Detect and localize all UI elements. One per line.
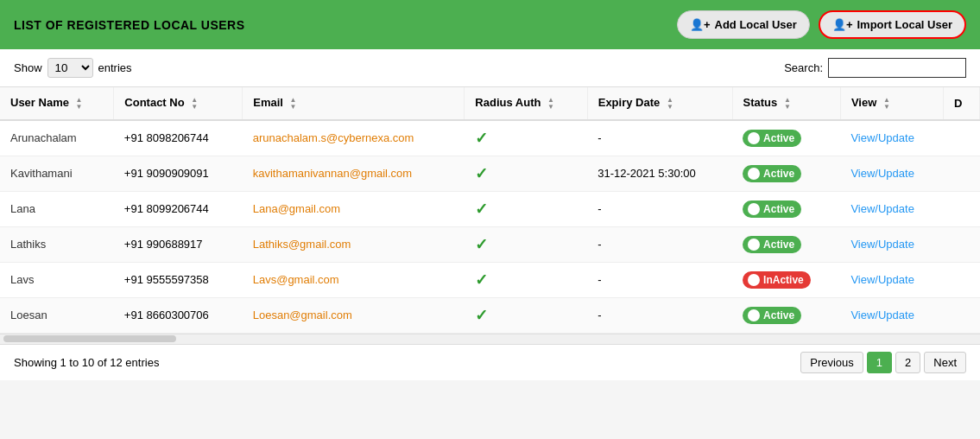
cell-contact: +91 8660300706 bbox=[114, 297, 243, 333]
cell-view: View/Update bbox=[840, 262, 943, 297]
table-row: Lathiks +91 990688917 Lathiks@gmail.com … bbox=[0, 226, 980, 262]
status-badge[interactable]: Active bbox=[743, 307, 801, 324]
table-header-row: User Name ▲▼ Contact No ▲▼ Email ▲▼ Radi… bbox=[0, 87, 980, 120]
view-update-link[interactable]: View/Update bbox=[850, 238, 914, 251]
cell-d bbox=[943, 226, 979, 262]
col-email: Email ▲▼ bbox=[243, 87, 465, 120]
cell-d bbox=[943, 191, 979, 226]
cell-contact: +91 8098206744 bbox=[114, 120, 243, 156]
cell-email: Lathiks@gmail.com bbox=[243, 226, 465, 262]
cell-username: Kavithamani bbox=[0, 156, 114, 191]
cell-username: Lathiks bbox=[0, 226, 114, 262]
cell-username: Lavs bbox=[0, 262, 114, 297]
col-view: View ▲▼ bbox=[840, 87, 943, 120]
search-input[interactable] bbox=[828, 58, 966, 78]
cell-username: Arunachalam bbox=[0, 120, 114, 156]
cell-email: arunachalam.s@cybernexa.com bbox=[243, 120, 465, 156]
cell-username: Loesan bbox=[0, 297, 114, 333]
cell-contact: +91 9090909091 bbox=[114, 156, 243, 191]
cell-d bbox=[943, 262, 979, 297]
cell-radius: ✓ bbox=[465, 226, 587, 262]
toggle-circle bbox=[748, 203, 760, 215]
view-update-link[interactable]: View/Update bbox=[850, 167, 914, 180]
cell-username: Lana bbox=[0, 191, 114, 226]
cell-expiry: - bbox=[587, 297, 732, 333]
cell-email: Loesan@gmail.com bbox=[243, 297, 465, 333]
next-page-button[interactable]: Next bbox=[924, 352, 966, 373]
cell-view: View/Update bbox=[840, 120, 943, 156]
cell-expiry: 31-12-2021 5:30:00 bbox=[587, 156, 732, 191]
cell-email: kavithamanivannan@gmail.com bbox=[243, 156, 465, 191]
cell-status: InActive bbox=[732, 262, 840, 297]
table-row: Lana +91 8099206744 Lana@gmail.com ✓ - A… bbox=[0, 191, 980, 226]
page-title: LIST OF REGISTERED LOCAL USERS bbox=[14, 18, 245, 32]
col-expiry: Expiry Date ▲▼ bbox=[587, 87, 732, 120]
col-d: D bbox=[943, 87, 979, 120]
cell-d bbox=[943, 120, 979, 156]
search-area: Search: bbox=[784, 58, 966, 78]
table-wrapper: User Name ▲▼ Contact No ▲▼ Email ▲▼ Radi… bbox=[0, 87, 980, 334]
entries-select[interactable]: 10 25 50 100 bbox=[47, 58, 93, 78]
cell-contact: +91 8099206744 bbox=[114, 191, 243, 226]
import-local-user-button[interactable]: 👤+ Import Local User bbox=[819, 10, 966, 39]
page-2-button[interactable]: 2 bbox=[895, 352, 920, 373]
cell-radius: ✓ bbox=[465, 120, 587, 156]
toggle-circle bbox=[748, 309, 760, 321]
cell-expiry: - bbox=[587, 262, 732, 297]
show-entries-control: Show 10 25 50 100 entries bbox=[14, 58, 132, 78]
radius-check-icon: ✓ bbox=[475, 165, 488, 182]
cell-status: Active bbox=[732, 120, 840, 156]
cell-status: Active bbox=[732, 191, 840, 226]
cell-view: View/Update bbox=[840, 226, 943, 262]
page-1-button[interactable]: 1 bbox=[867, 352, 892, 373]
status-badge[interactable]: Active bbox=[743, 236, 801, 253]
status-badge[interactable]: Active bbox=[743, 130, 801, 147]
cell-contact: +91 990688917 bbox=[114, 226, 243, 262]
table-row: Lavs +91 9555597358 Lavs@gmail.com ✓ - I… bbox=[0, 262, 980, 297]
radius-check-icon: ✓ bbox=[475, 130, 488, 147]
prev-page-button[interactable]: Previous bbox=[800, 352, 863, 373]
cell-contact: +91 9555597358 bbox=[114, 262, 243, 297]
cell-radius: ✓ bbox=[465, 156, 587, 191]
status-badge[interactable]: Active bbox=[743, 200, 801, 218]
cell-email: Lavs@gmail.com bbox=[243, 262, 465, 297]
search-label: Search: bbox=[784, 61, 823, 74]
radius-check-icon: ✓ bbox=[475, 236, 488, 253]
view-update-link[interactable]: View/Update bbox=[850, 131, 914, 144]
entries-label: entries bbox=[98, 61, 132, 74]
view-update-link[interactable]: View/Update bbox=[850, 273, 914, 286]
header-buttons: 👤+ Add Local User 👤+ Import Local User bbox=[677, 10, 966, 39]
col-username: User Name ▲▼ bbox=[0, 87, 114, 120]
add-local-user-button[interactable]: 👤+ Add Local User bbox=[677, 10, 810, 39]
cell-status: Active bbox=[732, 226, 840, 262]
cell-email: Lana@gmail.com bbox=[243, 191, 465, 226]
view-update-link[interactable]: View/Update bbox=[850, 309, 914, 321]
table-footer: Showing 1 to 10 of 12 entries Previous 1… bbox=[0, 344, 980, 380]
cell-d bbox=[943, 297, 979, 333]
import-user-icon: 👤+ bbox=[832, 18, 853, 31]
users-table: User Name ▲▼ Contact No ▲▼ Email ▲▼ Radi… bbox=[0, 87, 980, 334]
table-row: Arunachalam +91 8098206744 arunachalam.s… bbox=[0, 120, 980, 156]
cell-view: View/Update bbox=[840, 156, 943, 191]
radius-check-icon: ✓ bbox=[475, 200, 488, 218]
status-badge[interactable]: InActive bbox=[743, 271, 811, 289]
cell-view: View/Update bbox=[840, 297, 943, 333]
cell-expiry: - bbox=[587, 120, 732, 156]
header-bar: LIST OF REGISTERED LOCAL USERS 👤+ Add Lo… bbox=[0, 0, 980, 49]
cell-d bbox=[943, 156, 979, 191]
show-label: Show bbox=[14, 61, 42, 74]
view-update-link[interactable]: View/Update bbox=[850, 202, 914, 215]
cell-view: View/Update bbox=[840, 191, 943, 226]
cell-expiry: - bbox=[587, 226, 732, 262]
status-badge[interactable]: Active bbox=[743, 165, 801, 182]
add-user-icon: 👤+ bbox=[690, 18, 711, 31]
radius-check-icon: ✓ bbox=[475, 307, 488, 324]
horizontal-scrollbar[interactable] bbox=[0, 334, 980, 344]
toggle-circle bbox=[748, 274, 760, 286]
table-row: Loesan +91 8660300706 Loesan@gmail.com ✓… bbox=[0, 297, 980, 333]
table-controls: Show 10 25 50 100 entries Search: bbox=[0, 49, 980, 87]
col-status: Status ▲▼ bbox=[732, 87, 840, 120]
col-radius: Radius Auth ▲▼ bbox=[465, 87, 587, 120]
cell-radius: ✓ bbox=[465, 262, 587, 297]
toggle-circle bbox=[748, 168, 760, 180]
